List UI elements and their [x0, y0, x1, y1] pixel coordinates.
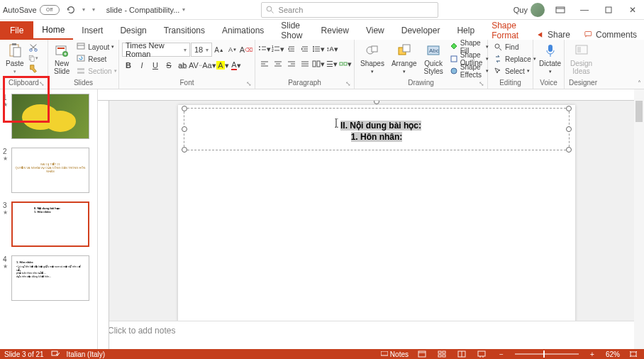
title-textbox[interactable]: II. Nội dung bài học: 1. Hôn nhân:	[184, 108, 570, 150]
vertical-scrollbar[interactable]	[634, 89, 644, 349]
tab-file[interactable]: File	[0, 21, 33, 40]
rotate-handle[interactable]	[374, 101, 379, 104]
copy-button[interactable]: ▾	[28, 53, 38, 63]
search-input[interactable]: Search	[261, 2, 438, 18]
replace-button[interactable]: Replace▾	[491, 53, 538, 65]
zoom-level[interactable]: 62%	[606, 350, 620, 358]
slide-canvas-area[interactable]: II. Nội dung bài học: 1. Hôn nhân:	[98, 101, 644, 321]
cut-button[interactable]	[28, 43, 38, 53]
drawing-launcher[interactable]: ⤡	[479, 80, 486, 87]
font-color-button[interactable]: A▾	[230, 59, 243, 72]
handle-nw[interactable]	[182, 106, 187, 111]
smartart-button[interactable]: ▾	[339, 57, 352, 70]
paragraph-launcher[interactable]: ⤡	[345, 80, 352, 87]
align-text-button[interactable]: ☰▾	[326, 57, 338, 70]
design-ideas-button[interactable]: Design Ideas	[567, 41, 595, 77]
handle-sw[interactable]	[182, 147, 187, 153]
view-slideshow-button[interactable]	[475, 350, 488, 358]
zoom-in-button[interactable]: +	[586, 350, 599, 358]
autosave-switch[interactable]: Off	[40, 5, 60, 15]
maximize-button[interactable]	[600, 1, 617, 18]
minimize-button[interactable]: —	[576, 1, 593, 18]
view-reading-button[interactable]	[455, 350, 468, 358]
arrange-button[interactable]: Arrange▾	[389, 41, 420, 76]
numbering-button[interactable]: 12▾	[272, 43, 284, 55]
account-button[interactable]: Quy	[513, 3, 545, 17]
columns-button[interactable]: ▾	[312, 57, 325, 70]
comments-button[interactable]: Comments	[577, 30, 644, 40]
notes-pane[interactable]: Click to add notes	[98, 321, 644, 349]
justify-button[interactable]	[299, 57, 311, 70]
thumb-2[interactable]: 2★ BÀI 13 TIẾT 21QUYỀN VÀ NGHĨA VỤ CỦA C…	[0, 146, 97, 200]
clear-format-button[interactable]: A⌫	[240, 43, 252, 56]
close-button[interactable]: ✕	[624, 1, 641, 18]
thumb-4[interactable]: 4★ 1. Hôn nhân:• Là sự liên kết đặc biệt…	[0, 254, 97, 308]
underline-button[interactable]: U	[149, 59, 162, 72]
section-button[interactable]: Section▾	[74, 65, 118, 77]
tab-insert[interactable]: Insert	[73, 21, 111, 40]
new-slide-button[interactable]: New Slide	[51, 41, 72, 77]
collapse-ribbon-button[interactable]: ˄	[638, 79, 641, 87]
line-spacing-button[interactable]: ▾	[312, 43, 325, 55]
view-sorter-button[interactable]	[435, 350, 448, 358]
decrease-font-button[interactable]: A▼	[226, 43, 239, 56]
undo-dropdown[interactable]: ▾	[82, 6, 85, 13]
tab-developer[interactable]: Developer	[393, 21, 449, 40]
spell-check-icon[interactable]	[51, 350, 60, 358]
tab-help[interactable]: Help	[448, 21, 483, 40]
slide-counter[interactable]: Slide 3 of 21	[4, 350, 44, 358]
handle-se[interactable]	[566, 147, 572, 153]
reset-button[interactable]: Reset	[74, 53, 118, 65]
shapes-button[interactable]: Shapes▾	[357, 41, 387, 76]
thumb-1[interactable]: 1★ ·	[0, 92, 97, 146]
shape-effects-button[interactable]: Shape Effects▾	[448, 65, 492, 77]
slide-canvas[interactable]: II. Nội dung bài học: 1. Hôn nhân:	[178, 105, 575, 321]
find-button[interactable]: Find	[491, 41, 538, 53]
font-name-combo[interactable]: Times New Roman▾	[122, 43, 190, 57]
change-case-button[interactable]: Aa▾	[203, 59, 216, 72]
undo-button[interactable]	[64, 3, 78, 17]
tab-home[interactable]: Home	[33, 21, 73, 40]
handle-w[interactable]	[182, 126, 187, 132]
thumb-3[interactable]: 3★ II. Nội dung bài học:1. Hôn nhân:	[0, 200, 97, 254]
share-button[interactable]: Share	[529, 30, 577, 40]
zoom-slider[interactable]	[515, 353, 579, 355]
format-painter-button[interactable]	[28, 64, 38, 74]
notes-toggle[interactable]: Notes	[381, 350, 409, 358]
ribbon-display-button[interactable]	[552, 1, 569, 18]
increase-font-button[interactable]: A▲	[213, 43, 226, 56]
quick-styles-button[interactable]: AbcQuick Styles	[421, 41, 446, 77]
handle-e[interactable]	[566, 126, 572, 132]
highlight-button[interactable]: A▾	[216, 59, 229, 72]
bold-button[interactable]: B	[122, 59, 135, 72]
italic-button[interactable]: I	[135, 59, 148, 72]
font-launcher[interactable]: ⤡	[246, 80, 253, 87]
tab-shape-format[interactable]: Shape Format	[483, 21, 529, 40]
shadow-button[interactable]: ab	[176, 59, 189, 72]
spacing-button[interactable]: AV↔	[189, 59, 202, 72]
fit-slide-button[interactable]	[627, 350, 640, 358]
dictate-button[interactable]: Dictate▾	[536, 41, 564, 76]
clipboard-launcher[interactable]: ⤡	[39, 80, 46, 87]
tab-slideshow[interactable]: Slide Show	[272, 21, 312, 40]
select-button[interactable]: Select▾	[491, 65, 538, 77]
view-normal-button[interactable]	[416, 350, 428, 358]
decrease-indent-button[interactable]	[285, 43, 298, 55]
align-center-button[interactable]	[272, 57, 284, 70]
bullets-button[interactable]: ▾	[258, 43, 271, 55]
autosave-toggle[interactable]: AutoSave Off	[3, 5, 60, 15]
qat-overflow[interactable]: ▾	[92, 6, 95, 13]
tab-transitions[interactable]: Transitions	[155, 21, 213, 40]
tab-animations[interactable]: Animations	[213, 21, 272, 40]
strike-button[interactable]: S	[162, 59, 175, 72]
paste-button[interactable]: Paste ▾	[3, 41, 27, 76]
tab-design[interactable]: Design	[111, 21, 155, 40]
increase-indent-button[interactable]	[299, 43, 311, 55]
tab-review[interactable]: Review	[313, 21, 357, 40]
slide-thumbnails[interactable]: 1★ · 2★ BÀI 13 TIẾT 21QUYỀN VÀ NGHĨA VỤ …	[0, 89, 98, 349]
handle-ne[interactable]	[566, 106, 572, 111]
layout-button[interactable]: Layout▾	[74, 41, 118, 53]
align-right-button[interactable]	[285, 57, 298, 70]
language-indicator[interactable]: Italian (Italy)	[67, 350, 105, 358]
tab-view[interactable]: View	[357, 21, 393, 40]
